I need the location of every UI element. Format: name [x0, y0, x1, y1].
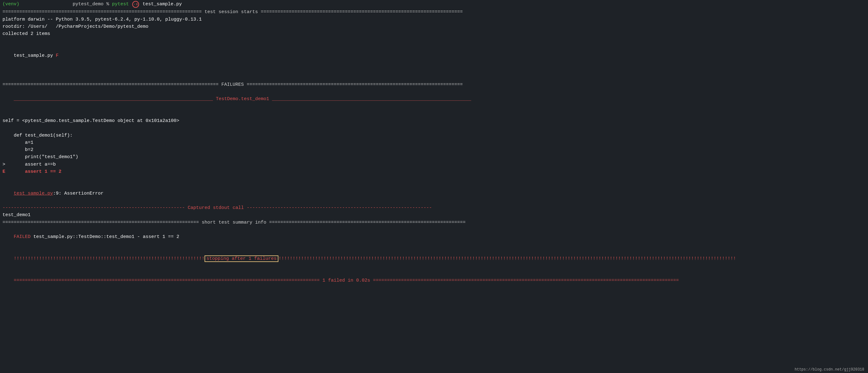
flag-icon: -x [132, 1, 139, 8]
dollar-sign: % [103, 1, 112, 8]
def-line: def test_demo1(self): [0, 132, 868, 139]
session-start-separator: ========================================… [0, 8, 868, 15]
failures-separator: ========================================… [0, 81, 868, 88]
dash-right: ________________________________________… [269, 96, 471, 102]
stdout-value: test_demo1 [0, 212, 868, 219]
terminal: (venv) pytest_demo % pytest -x test_samp… [0, 0, 868, 373]
dash-left: ________________________________________… [14, 96, 216, 102]
failed-detail: test_sample.py::TestDemo::test_demo1 - a… [33, 234, 179, 240]
file-ref-label: test_sample.py [14, 191, 53, 196]
venv-label: (venv) [2, 1, 19, 8]
test-demo1-separator: ________________________________________… [0, 88, 868, 110]
path-label [19, 1, 73, 8]
blank-6 [0, 175, 868, 182]
collected-line: collected 2 items [0, 30, 868, 37]
failed-line: FAILED test_sample.py::TestDemo::test_de… [0, 226, 868, 248]
test-file-name: test_sample.py [14, 53, 56, 58]
rootdir-line: rootdir: /Users/ /PycharmProjects/Demo/p… [0, 23, 868, 30]
exclaim-right: !!!!!!!!!!!!!!!!!!!!!!!!!!!!!!!!!!!!!!!!… [278, 256, 736, 261]
final-separator: ========================================… [0, 270, 868, 291]
blank-3 [0, 74, 868, 81]
blank-2 [0, 66, 868, 73]
b-line: b=2 [0, 146, 868, 153]
file-error-line: test_sample.py:9: AssertionError [0, 182, 868, 204]
arg-label: test_sample.py [143, 1, 182, 8]
test-name-label: TestDemo.test_demo1 [216, 96, 269, 102]
pytest-demo-label: pytest_demo [73, 1, 103, 8]
platform-line: platform darwin -- Python 3.9.5, pytest-… [0, 16, 868, 23]
file-error-suffix: :9: AssertionError [53, 191, 103, 196]
blank-5 [0, 124, 868, 132]
command-label: pytest [112, 1, 129, 8]
failed-label: FAILED [14, 234, 33, 240]
captured-separator: ----------------------------------------… [0, 204, 868, 212]
print-line: print("test_demo1") [0, 153, 868, 161]
test-fail-marker: F [56, 53, 59, 58]
self-line: self = <pytest_demo.test_sample.TestDemo… [0, 117, 868, 124]
a-line: a=1 [0, 139, 868, 146]
blank-1 [0, 37, 868, 44]
exclaim-left: !!!!!!!!!!!!!!!!!!!!!!!!!!!!!!!!!!!!!!!!… [14, 256, 205, 261]
bottom-url: https://blog.csdn.net/gjj920318 [795, 367, 864, 372]
assert-arrow-line: > assert a==b [0, 161, 868, 168]
prompt-line: (venv) pytest_demo % pytest -x test_samp… [0, 0, 868, 8]
stopping-box: stopping after 1 failures [205, 255, 278, 262]
stopping-line: !!!!!!!!!!!!!!!!!!!!!!!!!!!!!!!!!!!!!!!!… [0, 248, 868, 270]
final-sep-label: ========================================… [14, 278, 679, 283]
error-assert-line: E assert 1 == 2 [0, 168, 868, 175]
test-file-result-line: test_sample.py F [0, 45, 868, 67]
summary-separator: ========================================… [0, 219, 868, 226]
blank-4 [0, 110, 868, 117]
